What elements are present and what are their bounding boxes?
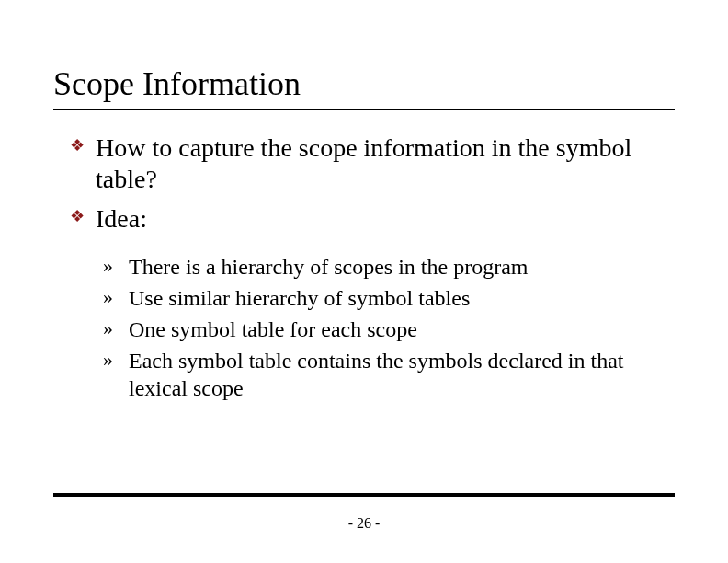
subbullet-text: Each symbol table contains the symbols d… xyxy=(129,349,624,400)
list-item: » Each symbol table contains the symbols… xyxy=(103,347,675,402)
subbullet-text: Use similar hierarchy of symbol tables xyxy=(129,286,470,310)
raquo-icon: » xyxy=(103,253,113,279)
raquo-icon: » xyxy=(103,347,113,373)
list-item: ❖ Idea: xyxy=(70,203,675,235)
slide: Scope Information ❖ How to capture the s… xyxy=(0,0,728,563)
subbullet-text: There is a hierarchy of scopes in the pr… xyxy=(129,255,529,279)
list-item: » One symbol table for each scope xyxy=(103,316,675,343)
list-item: » There is a hierarchy of scopes in the … xyxy=(103,253,675,281)
list-item: ❖ How to capture the scope information i… xyxy=(70,132,675,194)
list-item: » Use similar hierarchy of symbol tables xyxy=(103,284,675,312)
bullet-list-level1: ❖ How to capture the scope information i… xyxy=(53,132,675,235)
page-number: - 26 - xyxy=(0,515,728,532)
raquo-icon: » xyxy=(103,284,113,310)
diamond-icon: ❖ xyxy=(70,207,85,227)
bullet-list-level2: » There is a hierarchy of scopes in the … xyxy=(53,253,675,402)
bullet-text: How to capture the scope information in … xyxy=(96,133,631,193)
subbullet-text: One symbol table for each scope xyxy=(129,317,417,341)
slide-title: Scope Information xyxy=(53,64,675,110)
diamond-icon: ❖ xyxy=(70,136,85,156)
raquo-icon: » xyxy=(103,316,113,341)
footer-rule xyxy=(53,493,675,497)
bullet-text: Idea: xyxy=(96,204,147,233)
